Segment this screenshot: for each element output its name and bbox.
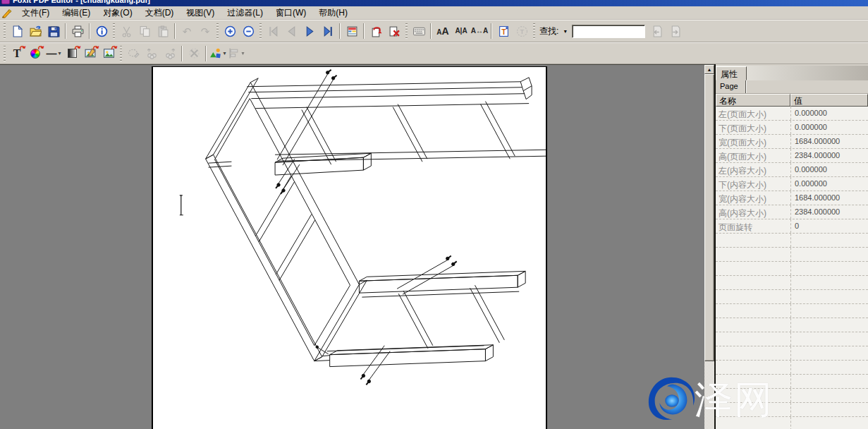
property-row[interactable]: [716, 262, 868, 276]
line-style-button[interactable]: —▾: [44, 44, 63, 63]
chevron-down-icon[interactable]: ▾: [241, 50, 244, 56]
insert-shape-button[interactable]: ▾: [209, 44, 227, 63]
toolbar-gripper[interactable]: [4, 46, 6, 61]
property-row[interactable]: [716, 375, 868, 389]
property-row[interactable]: 高(内容大小)2384.000000: [716, 205, 868, 219]
property-value[interactable]: [790, 403, 868, 416]
property-value[interactable]: [790, 290, 868, 303]
document-info-button[interactable]: [92, 22, 111, 40]
property-row[interactable]: 左(内容大小)0.000000: [716, 163, 868, 177]
find-previous-button[interactable]: [647, 22, 666, 40]
menu-item-window[interactable]: 窗口(W): [269, 6, 312, 20]
property-value[interactable]: 2384.000000: [790, 205, 868, 219]
property-value[interactable]: 0: [790, 219, 868, 233]
delete-object-button[interactable]: [185, 44, 203, 63]
property-row[interactable]: 下(页面大小)0.000000: [716, 121, 868, 135]
property-row[interactable]: 下(内容大小)0.000000: [716, 177, 868, 191]
property-value[interactable]: [790, 318, 868, 332]
property-value[interactable]: [790, 417, 868, 429]
toolbar-gripper[interactable]: [533, 23, 535, 39]
property-row[interactable]: 高(页面大小)2384.000000: [716, 149, 868, 163]
font-size-button[interactable]: AA: [434, 22, 452, 40]
bring-forward-button[interactable]: [161, 44, 179, 63]
last-page-button[interactable]: [319, 22, 337, 40]
cut-button[interactable]: [117, 22, 135, 40]
property-value[interactable]: 0.000000: [790, 107, 868, 120]
property-row[interactable]: [716, 417, 868, 429]
property-value[interactable]: [790, 234, 868, 247]
print-button[interactable]: [68, 22, 87, 40]
find-next-button[interactable]: [666, 22, 684, 40]
find-dropdown-button[interactable]: ▾: [561, 25, 570, 37]
next-page-button[interactable]: [300, 22, 319, 40]
property-value[interactable]: 1684.000000: [790, 191, 868, 205]
menu-item-edit[interactable]: 编辑(E): [56, 6, 97, 20]
property-row[interactable]: 页面旋转0: [716, 219, 868, 234]
property-value[interactable]: 1684.000000: [790, 135, 868, 148]
keyboard-input-button[interactable]: [410, 22, 428, 40]
add-text-button[interactable]: T: [494, 22, 513, 40]
property-value[interactable]: 0.000000: [790, 163, 868, 176]
document-canvas[interactable]: [0, 64, 704, 429]
align-objects-button[interactable]: ▾: [227, 44, 245, 63]
property-value[interactable]: 0.000000: [790, 121, 868, 134]
scrollbar-thumb[interactable]: [704, 74, 714, 361]
previous-page-button[interactable]: [282, 22, 300, 40]
chevron-down-icon[interactable]: ▾: [223, 50, 226, 56]
property-value[interactable]: 0.000000: [790, 177, 868, 191]
property-value[interactable]: [790, 262, 868, 275]
add-image-button[interactable]: ↷: [99, 44, 118, 63]
property-value[interactable]: [790, 361, 868, 374]
kerning-button[interactable]: A|A: [452, 22, 470, 40]
property-row[interactable]: 左(页面大小)0.000000: [716, 107, 868, 121]
property-value[interactable]: [790, 346, 868, 360]
toolbar-gripper[interactable]: [405, 23, 408, 39]
scroll-up-button[interactable]: ▲: [704, 65, 714, 74]
select-region-button[interactable]: [124, 44, 142, 63]
property-value[interactable]: [790, 389, 868, 402]
pdf-page[interactable]: [152, 66, 547, 429]
add-color-object-button[interactable]: ↷: [26, 44, 44, 63]
menu-item-document[interactable]: 文档(D): [139, 6, 181, 20]
property-row[interactable]: [716, 318, 868, 332]
property-row[interactable]: [716, 346, 868, 361]
menu-item-filter[interactable]: 过滤器(L): [221, 6, 269, 20]
new-document-button[interactable]: [8, 22, 26, 40]
text-mode-button[interactable]: T: [513, 22, 531, 40]
property-value[interactable]: [790, 248, 868, 261]
zoom-in-button[interactable]: [221, 22, 239, 40]
find-input[interactable]: [572, 25, 645, 38]
vertical-scrollbar[interactable]: ▲: [704, 64, 714, 429]
add-text-object-button[interactable]: T↷: [8, 44, 26, 63]
document-menu-icon[interactable]: [1, 8, 13, 18]
chevron-down-icon[interactable]: ▾: [58, 50, 61, 56]
property-row[interactable]: [716, 276, 868, 290]
edit-image-button[interactable]: ↷: [81, 44, 99, 63]
menu-item-view[interactable]: 视图(V): [180, 6, 221, 20]
paste-button[interactable]: [154, 22, 172, 40]
toolbar-gripper[interactable]: [259, 23, 262, 39]
zoom-out-button[interactable]: [239, 22, 257, 40]
menu-item-help[interactable]: 帮助(H): [312, 6, 354, 20]
property-row[interactable]: [716, 248, 868, 262]
property-row[interactable]: [716, 290, 868, 304]
property-row[interactable]: [716, 389, 868, 403]
delete-page-button[interactable]: [385, 22, 403, 40]
property-value[interactable]: [790, 332, 868, 346]
add-shading-button[interactable]: ↷: [63, 44, 81, 63]
page-layout-button[interactable]: [343, 22, 361, 40]
property-row[interactable]: 宽(页面大小)1684.000000: [716, 135, 868, 149]
send-backward-button[interactable]: [142, 44, 161, 63]
menu-item-file[interactable]: 文件(F): [16, 6, 56, 20]
open-document-button[interactable]: [26, 22, 44, 40]
property-value[interactable]: [790, 304, 868, 318]
property-row[interactable]: [716, 234, 868, 248]
menu-item-object[interactable]: 对象(O): [97, 6, 138, 20]
property-row[interactable]: [716, 361, 868, 375]
property-row[interactable]: [716, 304, 868, 318]
copy-button[interactable]: [135, 22, 154, 40]
rotate-page-button[interactable]: [367, 22, 385, 40]
tab-properties[interactable]: 属性: [716, 66, 747, 80]
property-row[interactable]: 宽(内容大小)1684.000000: [716, 191, 868, 205]
tab-page[interactable]: Page: [716, 80, 746, 93]
